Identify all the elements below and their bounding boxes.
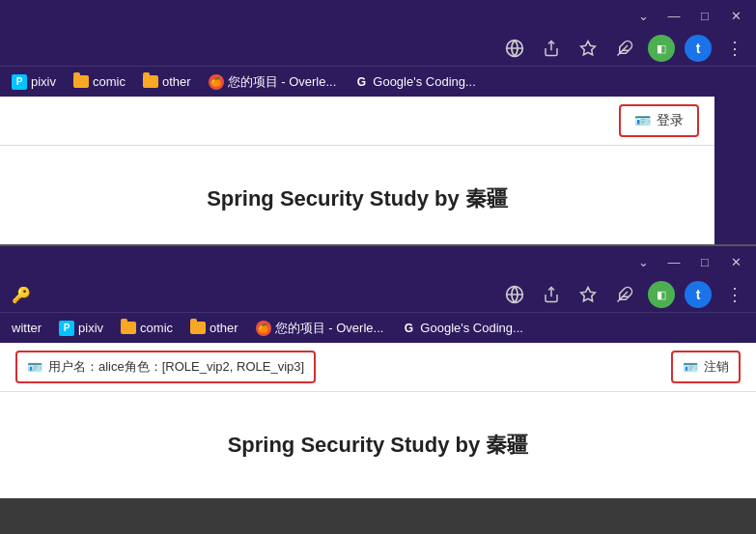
logout-button[interactable]: 🪪 注销 <box>671 351 741 383</box>
user-avatar[interactable]: t <box>685 35 712 62</box>
bookmark-other[interactable]: other <box>135 71 199 92</box>
bottom-bookmark-comic[interactable]: comic <box>113 318 181 338</box>
top-page-header: 🪪 登录 <box>0 97 714 146</box>
puzzle-icon[interactable] <box>611 35 638 62</box>
bottom-puzzle-icon[interactable] <box>611 281 638 308</box>
star-icon[interactable] <box>574 35 602 62</box>
bottom-chevron-btn[interactable]: ⌄ <box>630 252 656 271</box>
share-icon[interactable] <box>538 35 565 62</box>
bottom-minimize-btn[interactable]: — <box>661 252 686 271</box>
bottom-comic-folder-icon <box>121 322 136 334</box>
bookmark-comic[interactable]: comic <box>66 71 133 92</box>
bottom-toolbar: 🔑 ◧ t ⋮ <box>0 277 756 312</box>
bottom-overle-icon: 🍊 <box>256 321 271 336</box>
comic-folder-icon <box>73 75 89 88</box>
top-chevron-btn[interactable]: ⌄ <box>630 6 656 25</box>
login-button[interactable]: 🪪 登录 <box>619 104 699 137</box>
bottom-maximize-btn[interactable]: □ <box>692 252 717 271</box>
overle-icon: 🍊 <box>209 74 224 90</box>
bottom-other-folder-icon <box>190 322 206 334</box>
bottom-bookmark-overle[interactable]: 🍊 您的项目 - Overle... <box>248 317 392 340</box>
ext-green-icon[interactable]: ◧ <box>648 35 675 62</box>
bottom-share-icon[interactable] <box>538 281 565 308</box>
top-maximize-btn[interactable]: □ <box>692 6 717 25</box>
svg-marker-3 <box>581 288 596 301</box>
bottom-star-icon[interactable] <box>574 281 602 308</box>
other-folder-icon <box>143 75 158 88</box>
bookmark-overle[interactable]: 🍊 您的项目 - Overle... <box>201 70 345 94</box>
bottom-page-content: 🪪 用户名：alice角色：[ROLE_vip2, ROLE_vip3] 🪪 注… <box>0 343 756 498</box>
bottom-user-avatar[interactable]: t <box>685 281 712 308</box>
bookmark-google-coding[interactable]: G Google's Coding... <box>346 71 484 93</box>
top-minimize-btn[interactable]: — <box>661 6 686 25</box>
user-id-icon: 🪪 <box>27 360 42 375</box>
top-bookmarks-bar: P pixiv comic other 🍊 您的项目 - Overle... G… <box>0 66 756 97</box>
bottom-translate-icon[interactable] <box>501 281 528 308</box>
bottom-page-title: Spring Security Study by 秦疆 <box>19 431 737 460</box>
translate-icon[interactable] <box>501 35 528 62</box>
bottom-close-btn[interactable]: ✕ <box>723 252 748 271</box>
bottom-bookmarks-bar: witter P pixiv comic other 🍊 您的项目 - Over… <box>0 312 756 343</box>
bottom-bookmark-twitter[interactable]: witter <box>4 318 49 338</box>
bottom-ext-green-icon[interactable]: ◧ <box>648 281 675 308</box>
user-info-box: 🪪 用户名：alice角色：[ROLE_vip2, ROLE_vip3] <box>15 351 316 383</box>
top-page-content: 🪪 登录 Spring Security Study by 秦疆 <box>0 97 714 252</box>
bottom-menu-icon[interactable]: ⋮ <box>721 281 748 308</box>
key-icon[interactable]: 🔑 <box>8 281 35 308</box>
login-id-icon: 🪪 <box>634 113 651 128</box>
top-page-main: Spring Security Study by 秦疆 <box>0 146 714 252</box>
top-close-btn[interactable]: ✕ <box>723 6 748 25</box>
bottom-google-icon: G <box>401 321 416 336</box>
pixiv-icon: P <box>12 74 27 90</box>
bottom-page-main: Spring Security Study by 秦疆 <box>0 392 756 498</box>
top-titlebar: ⌄ — □ ✕ <box>0 0 756 31</box>
top-page-title: Spring Security Study by 秦疆 <box>19 184 695 213</box>
bottom-browser-window: ⌄ — □ ✕ 🔑 ◧ t ⋮ witter <box>0 246 756 498</box>
top-toolbar: ◧ t ⋮ <box>0 31 756 66</box>
logout-id-icon: 🪪 <box>683 360 698 375</box>
bookmark-pixiv[interactable]: P pixiv <box>4 71 64 93</box>
bottom-bookmark-pixiv[interactable]: P pixiv <box>51 318 111 339</box>
bottom-bookmark-other[interactable]: other <box>182 318 246 338</box>
bottom-titlebar: ⌄ — □ ✕ <box>0 246 756 277</box>
bottom-page-header: 🪪 用户名：alice角色：[ROLE_vip2, ROLE_vip3] 🪪 注… <box>0 343 756 392</box>
bottom-bookmark-google-coding[interactable]: G Google's Coding... <box>393 318 531 339</box>
top-browser-window: ⌄ — □ ✕ ◧ t ⋮ P pixiv <box>0 0 756 252</box>
svg-marker-1 <box>581 42 596 55</box>
bottom-pixiv-icon: P <box>59 321 74 336</box>
menu-icon[interactable]: ⋮ <box>721 35 748 62</box>
google-icon: G <box>353 74 369 90</box>
